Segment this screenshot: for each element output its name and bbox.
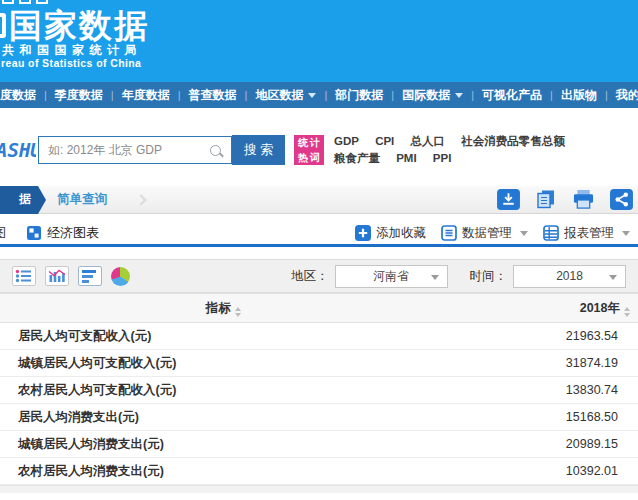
nav-item-regional[interactable]: 地区数据 <box>237 87 317 104</box>
national-data-page: 国家数据 共和国国家统计局 reau of Statistics of Chin… <box>0 0 638 500</box>
toolbar: 地区： 河南省 时间： 2018 <box>0 259 638 293</box>
nav-item-quarterly[interactable]: 季度数据 <box>36 87 103 104</box>
table-row: 城镇居民人均消费支出(元) 20989.15 <box>0 431 638 458</box>
bureau-name-en: reau of Statistics of China <box>1 57 141 69</box>
search-button[interactable]: 搜索 <box>232 135 285 165</box>
nav-item-annual[interactable]: 年度数据 <box>103 87 170 104</box>
search-section: ASHU 搜索 统计 热词 GDP CPI 总人口 社会消费品零售总额 粮食产量… <box>0 134 638 166</box>
filters: 地区： 河南省 时间： 2018 <box>291 265 626 288</box>
search-input[interactable] <box>39 143 210 157</box>
nav-item-visualization[interactable]: 可视化产品 <box>463 87 542 104</box>
plus-icon <box>355 225 371 241</box>
indicator-cell: 居民人均消费支出(元) <box>0 404 447 431</box>
indicator-table: 指标 2018年 居民人均可支配收入(元) 21963.54 城镇居民人均可支配… <box>0 293 638 485</box>
value-cell: 13830.74 <box>447 377 638 404</box>
tab-row: 图 经济图表 添加收藏 数据管理 报表管理 <box>0 222 638 247</box>
share-icon[interactable] <box>610 189 633 210</box>
region-value: 河南省 <box>373 268 409 285</box>
masthead: 国家数据 共和国国家统计局 reau of Statistics of Chin… <box>0 0 638 82</box>
indicator-cell: 城镇居民人均可支配收入(元) <box>0 350 447 377</box>
value-cell: 31874.19 <box>447 350 638 377</box>
table-row: 居民人均可支配收入(元) 21963.54 <box>0 323 638 350</box>
value-cell: 21963.54 <box>447 323 638 350</box>
print-icon[interactable] <box>572 189 595 210</box>
breadcrumb-root-tab[interactable]: 据 <box>0 186 38 214</box>
sort-icon <box>624 307 630 317</box>
report-manage-button[interactable]: 报表管理 <box>543 225 630 242</box>
indicator-cell: 居民人均可支配收入(元) <box>0 323 447 350</box>
hbar-chart-icon[interactable] <box>78 266 102 286</box>
data-manage-button[interactable]: 数据管理 <box>441 225 528 242</box>
region-select[interactable]: 河南省 <box>335 265 448 288</box>
indicator-cell: 城镇居民人均消费支出(元) <box>0 431 447 458</box>
economic-charts-icon <box>27 226 41 240</box>
column-header-year[interactable]: 2018年 <box>447 294 638 323</box>
time-select[interactable]: 2018 <box>513 265 626 288</box>
table-header-row: 指标 2018年 <box>0 294 638 323</box>
chevron-down-icon <box>520 231 528 236</box>
main-nav: 月度数据 季度数据 年度数据 普查数据 地区数据 部门数据 国际数据 可视化产品… <box>0 82 638 108</box>
manage-actions: 添加收藏 数据管理 报表管理 <box>340 225 630 242</box>
hot-word-retail[interactable]: 社会消费品零售总额 <box>461 135 565 147</box>
download-icon[interactable] <box>497 189 520 210</box>
result-actions <box>497 189 633 210</box>
time-value: 2018 <box>556 269 583 283</box>
hot-word-gdp[interactable]: GDP <box>334 135 359 147</box>
column-header-indicator[interactable]: 指标 <box>0 294 447 323</box>
table-row: 农村居民人均消费支出(元) 10392.01 <box>0 458 638 485</box>
chevron-down-icon <box>609 275 617 280</box>
pie-chart-icon[interactable] <box>111 267 130 286</box>
list-view-icon[interactable] <box>12 266 36 286</box>
tab-partial-left[interactable]: 图 <box>0 224 8 242</box>
view-switcher <box>12 266 130 286</box>
indicator-cell: 农村居民人均消费支出(元) <box>0 458 447 485</box>
indicator-cell: 农村居民人均可支配收入(元) <box>0 377 447 404</box>
hot-word-cpi[interactable]: CPI <box>375 135 394 147</box>
table-row: 居民人均消费支出(元) 15168.50 <box>0 404 638 431</box>
value-cell: 10392.01 <box>447 458 638 485</box>
hot-words-badge: 统计 热词 <box>294 135 324 165</box>
nav-item-publications[interactable]: 出版物 <box>542 87 597 104</box>
nav-item-departmental[interactable]: 部门数据 <box>316 87 383 104</box>
chevron-right-icon <box>135 194 146 205</box>
hot-word-population[interactable]: 总人口 <box>411 135 446 147</box>
nav-item-favorites[interactable]: 我的收藏 <box>597 87 638 104</box>
report-manage-icon <box>543 225 559 241</box>
bar-chart-icon[interactable] <box>45 266 69 286</box>
copy-icon[interactable] <box>535 189 557 210</box>
breadcrumb-current[interactable]: 简单查询 <box>57 191 107 208</box>
value-cell: 15168.50 <box>447 404 638 431</box>
shuju-wordmark-partial: ASHU <box>0 139 36 161</box>
add-favorite-button[interactable]: 添加收藏 <box>355 225 426 242</box>
nav-item-monthly[interactable]: 月度数据 <box>0 87 36 104</box>
table-row: 城镇居民人均可支配收入(元) 31874.19 <box>0 350 638 377</box>
footer-strip <box>0 485 638 493</box>
hot-word-ppi[interactable]: PPI <box>433 152 452 164</box>
tab-economic-charts[interactable]: 经济图表 <box>27 224 99 242</box>
chevron-down-icon <box>622 231 630 236</box>
chevron-down-icon <box>455 93 463 98</box>
hot-word-pmi[interactable]: PMI <box>396 152 416 164</box>
chevron-down-icon <box>308 93 316 98</box>
logo-emblem-fragment <box>0 13 6 38</box>
time-label: 时间： <box>470 268 508 285</box>
breadcrumb: 据 简单查询 <box>0 186 638 214</box>
sort-icon <box>235 307 241 317</box>
hot-words: GDP CPI 总人口 社会消费品零售总额 粮食产量 PMI PPI <box>334 133 578 167</box>
search-icon <box>210 145 221 156</box>
hot-word-grain[interactable]: 粮食产量 <box>334 152 380 164</box>
region-label: 地区： <box>291 268 329 285</box>
table-row: 农村居民人均可支配收入(元) 13830.74 <box>0 377 638 404</box>
search-box <box>38 136 232 164</box>
data-manage-icon <box>441 225 457 241</box>
chevron-down-icon <box>431 275 439 280</box>
value-cell: 20989.15 <box>447 431 638 458</box>
nav-item-census[interactable]: 普查数据 <box>170 87 237 104</box>
nav-item-international[interactable]: 国际数据 <box>383 87 463 104</box>
